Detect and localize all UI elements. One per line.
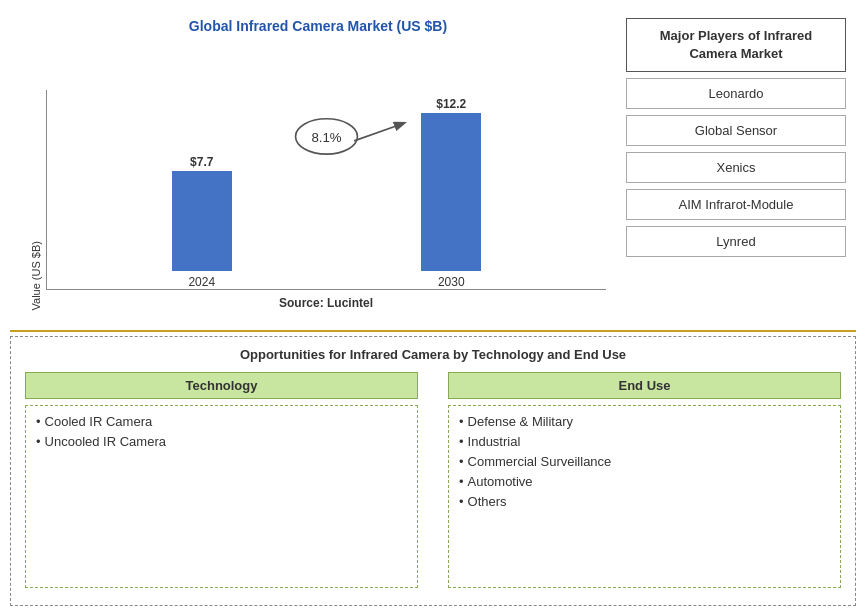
source-text: Source: Lucintel bbox=[46, 296, 606, 310]
annotation-arrow: 8.1% bbox=[47, 90, 606, 289]
end-use-item-1-label: Defense & Military bbox=[468, 414, 573, 429]
end-use-list: • Defense & Military • Industrial • Comm… bbox=[448, 405, 841, 588]
player-global-sensor: Global Sensor bbox=[626, 115, 846, 146]
bottom-section: Opportunities for Infrared Camera by Tec… bbox=[10, 336, 856, 606]
y-axis-label: Value (US $B) bbox=[30, 241, 42, 311]
svg-point-0 bbox=[296, 119, 358, 154]
bar-group-2030: $12.2 2030 bbox=[421, 97, 481, 289]
technology-list: • Cooled IR Camera • Uncooled IR Camera bbox=[25, 405, 418, 588]
technology-header: Technology bbox=[25, 372, 418, 399]
end-use-item-5: • Others bbox=[459, 494, 830, 509]
main-container: Global Infrared Camera Market (US $B) Va… bbox=[0, 0, 866, 616]
bullet-2: • bbox=[36, 434, 41, 449]
bars-container: 8.1% $7.7 bbox=[46, 90, 606, 290]
bar-2030 bbox=[421, 113, 481, 271]
end-use-header: End Use bbox=[448, 372, 841, 399]
bar-value-2024: $7.7 bbox=[190, 155, 213, 169]
bar-2024 bbox=[172, 171, 232, 271]
player-lynred: Lynred bbox=[626, 226, 846, 257]
end-use-item-1: • Defense & Military bbox=[459, 414, 830, 429]
chart-area: Value (US $B) 8.1% bbox=[30, 40, 606, 310]
svg-text:8.1%: 8.1% bbox=[311, 130, 341, 145]
top-section: Global Infrared Camera Market (US $B) Va… bbox=[10, 10, 856, 320]
section-divider bbox=[10, 330, 856, 332]
chart-inner: 8.1% $7.7 bbox=[46, 90, 606, 310]
bullet-eu-3: • bbox=[459, 454, 464, 469]
bullet-eu-1: • bbox=[459, 414, 464, 429]
svg-line-2 bbox=[354, 123, 404, 141]
tech-item-1: • Cooled IR Camera bbox=[36, 414, 407, 429]
technology-column: Technology • Cooled IR Camera • Uncooled… bbox=[25, 372, 418, 588]
bullet-eu-5: • bbox=[459, 494, 464, 509]
players-title: Major Players of Infrared Camera Market bbox=[626, 18, 846, 72]
bar-label-2030: 2030 bbox=[438, 275, 465, 289]
bar-group-2024: $7.7 2024 bbox=[172, 155, 232, 289]
end-use-item-4: • Automotive bbox=[459, 474, 830, 489]
end-use-item-5-label: Others bbox=[468, 494, 507, 509]
bullet-eu-4: • bbox=[459, 474, 464, 489]
players-section: Major Players of Infrared Camera Market … bbox=[616, 10, 856, 320]
tech-item-2-label: Uncooled IR Camera bbox=[45, 434, 166, 449]
end-use-item-2-label: Industrial bbox=[468, 434, 521, 449]
bottom-title: Opportunities for Infrared Camera by Tec… bbox=[25, 347, 841, 362]
bullet-1: • bbox=[36, 414, 41, 429]
player-aim: AIM Infrarot-Module bbox=[626, 189, 846, 220]
bar-value-2030: $12.2 bbox=[436, 97, 466, 111]
bullet-eu-2: • bbox=[459, 434, 464, 449]
tech-item-2: • Uncooled IR Camera bbox=[36, 434, 407, 449]
player-leonardo: Leonardo bbox=[626, 78, 846, 109]
player-xenics: Xenics bbox=[626, 152, 846, 183]
end-use-item-3-label: Commercial Surveillance bbox=[468, 454, 612, 469]
end-use-item-2: • Industrial bbox=[459, 434, 830, 449]
end-use-item-3: • Commercial Surveillance bbox=[459, 454, 830, 469]
chart-section: Global Infrared Camera Market (US $B) Va… bbox=[10, 10, 616, 320]
end-use-item-4-label: Automotive bbox=[468, 474, 533, 489]
bottom-content: Technology • Cooled IR Camera • Uncooled… bbox=[25, 372, 841, 588]
end-use-column: End Use • Defense & Military • Industria… bbox=[448, 372, 841, 588]
chart-title: Global Infrared Camera Market (US $B) bbox=[189, 18, 447, 34]
bar-label-2024: 2024 bbox=[188, 275, 215, 289]
tech-item-1-label: Cooled IR Camera bbox=[45, 414, 153, 429]
